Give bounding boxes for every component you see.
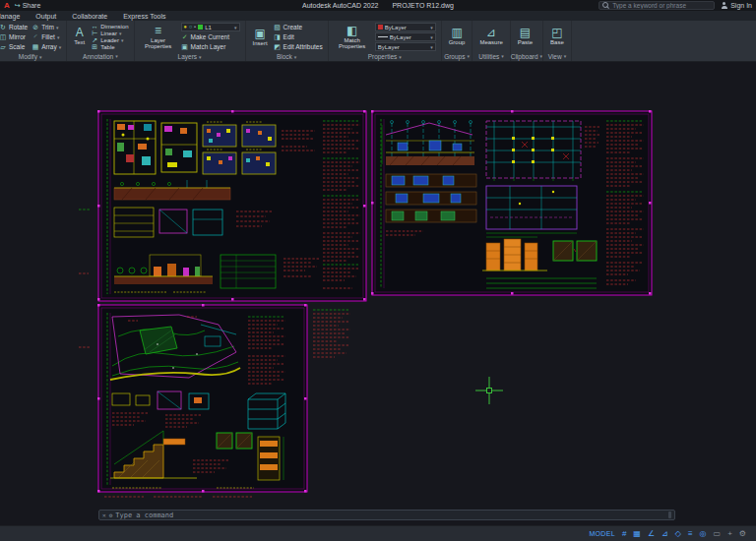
polar-tracking-icon[interactable]: ∠ bbox=[648, 530, 655, 538]
block-panel-title: Block bbox=[277, 53, 292, 60]
tab-manage[interactable]: Manage bbox=[0, 11, 28, 21]
tab-output[interactable]: Output bbox=[28, 11, 64, 21]
snap-icon[interactable]: ▦ bbox=[633, 530, 641, 538]
rotate-button[interactable]: ↻Rotate bbox=[0, 23, 28, 31]
search-input[interactable] bbox=[612, 2, 711, 9]
ribbon-tabs: Manage Output Collaborate Express Tools bbox=[0, 11, 756, 21]
clipboard-panel-label[interactable]: Clipboard▾ bbox=[511, 51, 542, 61]
ribbon-panel-properties: ◧ Match Properties ByLayer ▾ ByLayer ▾ bbox=[329, 21, 442, 61]
app-title: Autodesk AutoCAD 2022 bbox=[302, 2, 378, 9]
share-label: Share bbox=[23, 2, 41, 9]
tab-collaborate[interactable]: Collaborate bbox=[64, 11, 115, 21]
tall-cabinet[interactable] bbox=[258, 437, 284, 480]
annotation-scale-icon[interactable]: ▭ bbox=[714, 530, 722, 538]
model-space-button[interactable]: MODEL bbox=[589, 530, 614, 537]
sign-in-button[interactable]: Sign In bbox=[721, 2, 752, 9]
annotation-panel-label[interactable]: Annotation▾ bbox=[67, 51, 133, 61]
utilities-panel-title: Utilities bbox=[478, 53, 499, 60]
statusbar: MODEL # ▦ ∠ ⊿ ◇ ≡ ◎ ▭ + ⚙ bbox=[0, 525, 756, 541]
layers-panel-label[interactable]: Layers▾ bbox=[135, 52, 245, 61]
ribbon-panel-block: ▣ Insert ▧Create ◨Edit ◩Edit Attributes … bbox=[246, 21, 329, 61]
drawing-sheet-2[interactable] bbox=[371, 110, 652, 295]
chevron-down-icon: ▾ bbox=[430, 44, 433, 50]
scale-button[interactable]: ▱Scale bbox=[0, 42, 28, 51]
trim-label: Trim bbox=[41, 24, 54, 30]
make-current-button[interactable]: ✓Make Current bbox=[181, 32, 240, 41]
edit-attributes-button[interactable]: ◩Edit Attributes bbox=[274, 42, 323, 51]
match-layer-label: Match Layer bbox=[191, 43, 226, 50]
share-button[interactable]: ↪ Share bbox=[15, 2, 41, 10]
object-color-value: ByLayer bbox=[385, 25, 407, 30]
modify-panel-label[interactable]: Modify▾ bbox=[0, 52, 66, 61]
layer-properties-button[interactable]: ≡ Layer Properties bbox=[140, 25, 177, 50]
linear-label: Linear bbox=[100, 30, 117, 36]
edit-block-button[interactable]: ◨Edit bbox=[274, 32, 323, 41]
osnap-icon[interactable]: ◇ bbox=[675, 530, 681, 538]
base-button[interactable]: ◰ Base bbox=[548, 27, 566, 45]
paste-button[interactable]: ▤ Paste bbox=[516, 27, 535, 45]
view-panel-label[interactable]: View▾ bbox=[543, 51, 571, 61]
lineweight-icon[interactable]: ≡ bbox=[688, 530, 693, 538]
match-layer-icon: ▣ bbox=[181, 43, 189, 51]
layer-properties-icon: ≡ bbox=[155, 25, 161, 36]
search-box[interactable] bbox=[598, 1, 715, 10]
autocad-window: A ↪ Share Autodesk AutoCAD 2022 PROJETO … bbox=[0, 0, 756, 541]
fillet-button[interactable]: ◜Fillet▾ bbox=[32, 32, 61, 41]
layer-name: L1 bbox=[205, 25, 212, 30]
text-label: Text bbox=[74, 39, 85, 45]
properties-panel-label[interactable]: Properties▾ bbox=[329, 52, 441, 61]
table-button[interactable]: ⊞Table bbox=[91, 43, 128, 50]
customize-icon[interactable]: ⚙ bbox=[109, 511, 113, 518]
mirror-label: Mirror bbox=[9, 33, 26, 40]
titlebar: A ↪ Share Autodesk AutoCAD 2022 PROJETO … bbox=[0, 0, 756, 11]
match-properties-button[interactable]: ◧ Match Properties bbox=[334, 25, 371, 50]
drawing-area[interactable] bbox=[0, 62, 756, 525]
dynamic-ucs-icon[interactable]: ◎ bbox=[700, 530, 707, 538]
utilities-panel-label[interactable]: Utilities▾ bbox=[472, 51, 509, 61]
model-space-canvas[interactable]: ✕ ⚙ Type a command bbox=[0, 62, 756, 525]
group-icon: ▥ bbox=[451, 27, 462, 38]
layer-dropdown[interactable]: ● ○ ▪ L1 ▾ bbox=[181, 23, 240, 31]
ribbon-panel-clipboard: ▤ Paste Clipboard▾ bbox=[511, 21, 543, 61]
scale-icon: ▱ bbox=[0, 43, 7, 51]
lineweight-dropdown[interactable]: ByLayer ▾ bbox=[375, 32, 436, 41]
close-icon[interactable]: ✕ bbox=[102, 511, 106, 518]
measure-button[interactable]: ⊿ Measure bbox=[477, 27, 504, 45]
tab-express-tools[interactable]: Express Tools bbox=[115, 11, 173, 21]
isodraft-icon[interactable]: ⊿ bbox=[662, 530, 668, 538]
modify-panel-title: Modify bbox=[19, 53, 37, 60]
object-color-dropdown[interactable]: ByLayer ▾ bbox=[375, 23, 436, 31]
text-button[interactable]: A Text bbox=[72, 27, 87, 45]
mirror-button[interactable]: ◫Mirror bbox=[0, 32, 28, 41]
trim-icon: ⊘ bbox=[32, 24, 39, 31]
array-button[interactable]: ▦Array▾ bbox=[32, 42, 61, 51]
drawing-sheet-1[interactable] bbox=[97, 110, 366, 301]
ribbon-panel-view: ◰ Base View▾ bbox=[543, 21, 572, 61]
grid-icon[interactable]: # bbox=[622, 530, 626, 538]
command-input[interactable]: Type a command bbox=[115, 511, 173, 519]
chevron-down-icon: ▾ bbox=[199, 54, 202, 60]
gear-icon[interactable]: ⚙ bbox=[739, 530, 746, 538]
groups-panel-label[interactable]: Groups▾ bbox=[442, 51, 472, 61]
command-scrollbar[interactable] bbox=[668, 511, 671, 518]
block-panel-label[interactable]: Block▾ bbox=[246, 52, 328, 61]
insert-button[interactable]: ▣ Insert bbox=[251, 28, 270, 46]
wall-elevations[interactable] bbox=[386, 174, 476, 222]
linetype-value: ByLayer bbox=[378, 44, 400, 50]
command-line[interactable]: ✕ ⚙ Type a command bbox=[98, 510, 675, 520]
customization-icon[interactable]: + bbox=[727, 530, 732, 538]
trim-button[interactable]: ⊘Trim▾ bbox=[32, 23, 61, 31]
create-block-label: Create bbox=[284, 24, 303, 30]
create-block-button[interactable]: ▧Create bbox=[274, 23, 323, 31]
chevron-down-icon: ▾ bbox=[540, 53, 543, 59]
insert-label: Insert bbox=[253, 40, 268, 46]
layer-freeze-icon: ○ bbox=[189, 25, 192, 30]
drawing-sheet-3[interactable] bbox=[97, 304, 307, 493]
match-layer-button[interactable]: ▣Match Layer bbox=[181, 42, 240, 51]
chevron-down-icon: ▾ bbox=[467, 53, 470, 59]
group-button[interactable]: ▥ Group bbox=[447, 27, 468, 45]
create-block-icon: ▧ bbox=[274, 24, 282, 31]
table-label: Table bbox=[100, 44, 114, 50]
linetype-dropdown[interactable]: ByLayer ▾ bbox=[375, 42, 436, 51]
make-current-label: Make Current bbox=[191, 33, 229, 40]
